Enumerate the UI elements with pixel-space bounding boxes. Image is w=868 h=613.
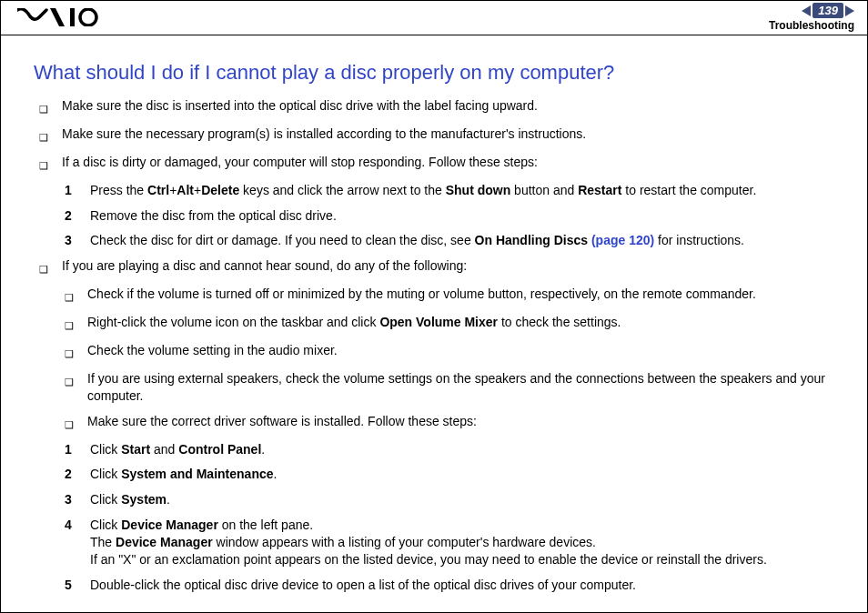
numbered-step: 1 Press the Ctrl+Alt+Delete keys and cli… — [65, 182, 834, 199]
square-bullet-icon — [39, 100, 49, 117]
manual-page: 139 Troubleshooting What should I do if … — [0, 0, 868, 613]
page-content: What should I do if I cannot play a disc… — [1, 35, 867, 611]
step-text: Click System and Maintenance. — [90, 466, 834, 483]
square-bullet-icon — [39, 156, 49, 174]
square-bullet-icon — [39, 128, 49, 146]
step-number: 1 — [65, 182, 77, 199]
next-page-arrow-icon[interactable] — [845, 5, 854, 16]
step-text: Click Start and Control Panel. — [90, 441, 834, 458]
bullet-item: Make sure the disc is inserted into the … — [39, 97, 834, 117]
step-text: Double-click the optical disc drive devi… — [90, 577, 834, 594]
square-bullet-icon — [65, 416, 75, 433]
step-text: Remove the disc from the optical disc dr… — [90, 207, 834, 225]
step-number: 3 — [65, 491, 77, 508]
bullet-item: Make sure the necessary program(s) is in… — [39, 126, 834, 146]
page-number-nav: 139 — [802, 3, 854, 18]
sub-bullet-item: If you are using external speakers, chec… — [65, 370, 834, 405]
square-bullet-icon — [65, 317, 75, 334]
prev-page-arrow-icon[interactable] — [802, 5, 811, 16]
vaio-logo — [17, 8, 99, 30]
page-link[interactable]: (page 120) — [591, 233, 654, 247]
square-bullet-icon — [39, 260, 49, 277]
step-text: Check the disc for dirt or damage. If yo… — [90, 232, 834, 249]
numbered-step: 4Click Device Manager on the left pane.T… — [65, 517, 834, 568]
square-bullet-icon — [65, 345, 75, 362]
numbered-step: 3 Check the disc for dirt or damage. If … — [65, 232, 834, 249]
svg-point-1 — [80, 9, 96, 25]
numbered-step: 2Remove the disc from the optical disc d… — [65, 207, 834, 225]
numbered-step: 1Click Start and Control Panel. — [65, 441, 834, 458]
page-title: What should I do if I cannot play a disc… — [34, 61, 834, 85]
step-number: 5 — [65, 577, 77, 594]
numbered-step: 2Click System and Maintenance. — [65, 466, 834, 483]
step-number: 2 — [65, 466, 77, 483]
numbered-step: 3Click System. — [65, 491, 834, 508]
step-text: Click Device Manager on the left pane.Th… — [90, 517, 834, 568]
step-number: 4 — [65, 517, 77, 534]
page-number: 139 — [812, 3, 843, 18]
square-bullet-icon — [65, 373, 75, 390]
sub-bullet-item: Make sure the correct driver software is… — [65, 413, 834, 433]
page-header: 139 Troubleshooting — [1, 1, 867, 35]
step-text: Press the Ctrl+Alt+Delete keys and click… — [90, 182, 834, 199]
bullet-item: If you are playing a disc and cannot hea… — [39, 257, 834, 277]
numbered-step: 5Double-click the optical disc drive dev… — [65, 577, 834, 594]
bullet-item: If a disc is dirty or damaged, your comp… — [39, 154, 834, 174]
sub-bullet-item: Right-click the volume icon on the taskb… — [65, 314, 834, 334]
step-text: Click System. — [90, 491, 834, 508]
sub-bullet-item: Check if the volume is turned off or min… — [65, 286, 834, 306]
sub-bullet-item: Check the volume setting in the audio mi… — [65, 342, 834, 362]
square-bullet-icon — [65, 288, 75, 306]
svg-rect-0 — [70, 8, 75, 26]
section-label: Troubleshooting — [769, 19, 854, 32]
step-number: 3 — [65, 232, 77, 249]
step-number: 1 — [65, 441, 77, 458]
step-number: 2 — [65, 207, 77, 225]
